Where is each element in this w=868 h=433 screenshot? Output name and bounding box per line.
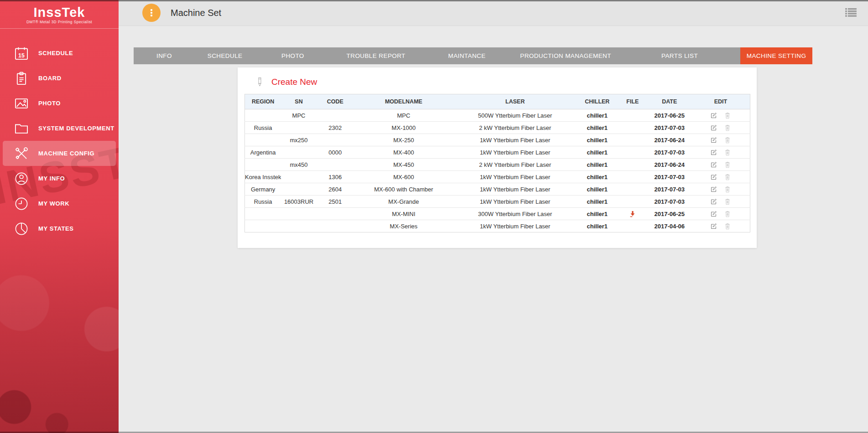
edit-icon[interactable] (710, 211, 717, 217)
trash-icon[interactable] (724, 186, 731, 193)
tab-schedule[interactable]: SCHEDULE (195, 47, 255, 64)
sidebar-item-label: MY INFO (38, 175, 65, 182)
cell-file (618, 109, 647, 122)
cell-sn (281, 146, 317, 159)
cell-region: Russia (245, 196, 281, 208)
cell-region (245, 109, 281, 122)
cell-region: Korea Insstek (245, 171, 281, 183)
tab-trouble-report[interactable]: TROUBLE REPORT (330, 47, 421, 64)
tab-machine-setting[interactable]: MACHINE SETTING (740, 47, 812, 64)
table-header: REGIONSNCODEMODELNAMELASERCHILLERFILEDAT… (245, 94, 750, 109)
cell-region: Argentina (245, 146, 281, 159)
table-row: Argentina0000MX-4001kW Ytterbium Fiber L… (245, 146, 750, 159)
edit-icon[interactable] (710, 149, 717, 156)
cell-code: 2604 (317, 183, 354, 196)
cell-region (245, 208, 281, 220)
cell-chiller: chiller1 (577, 196, 618, 208)
window-top-edge (0, 0, 868, 1)
tools-icon (14, 146, 29, 161)
logo: InssTek DMT® Metal 3D Printing Specialis… (0, 0, 119, 24)
sidebar-item-board[interactable]: BOARD (0, 66, 119, 91)
tab-production-management[interactable]: PRODUCTION MANAGEMENT (512, 47, 619, 64)
cell-region (245, 159, 281, 171)
trash-icon[interactable] (724, 210, 731, 218)
tab-maintance[interactable]: MAINTANCE (421, 47, 512, 64)
cell-date: 2017-06-25 (648, 208, 691, 220)
table-row: Russia2302MX-10002 kW Ytterbium Fiber La… (245, 122, 750, 134)
cell-sn (281, 220, 317, 232)
trash-icon[interactable] (724, 222, 731, 230)
cell-code (317, 159, 354, 171)
sidebar: INSST InssTek DMT® Metal 3D Printing Spe… (0, 0, 119, 433)
cell-file (618, 134, 647, 146)
sidebar-menu: 15SCHEDULEBOARDPHOTOSYSTEM DEVELOPMENTMA… (0, 41, 119, 241)
cell-chiller: chiller1 (577, 146, 618, 159)
trash-icon[interactable] (724, 161, 731, 169)
cell-date: 2017-07-03 (648, 171, 691, 183)
edit-icon[interactable] (710, 198, 717, 205)
cell-modelname: MX-600 with Chamber (354, 183, 453, 196)
create-new-button[interactable]: Create New (238, 67, 343, 94)
cell-laser: 300W Ytterbium Fiber Laser (453, 208, 577, 220)
dots-vertical-icon (151, 15, 152, 16)
table-row: MX-Series1kW Ytterbium Fiber Laserchille… (245, 220, 750, 232)
edit-icon[interactable] (710, 124, 717, 131)
edit-icon[interactable] (710, 186, 717, 193)
tab-parts-list[interactable]: PARTS LIST (619, 47, 740, 64)
clock-icon (14, 196, 29, 211)
cell-chiller: chiller1 (577, 183, 618, 196)
sidebar-item-system-development[interactable]: SYSTEM DEVELOPMENT (0, 116, 119, 141)
sidebar-item-photo[interactable]: PHOTO (0, 91, 119, 116)
tab-photo[interactable]: PHOTO (255, 47, 330, 64)
sidebar-item-schedule[interactable]: 15SCHEDULE (0, 41, 119, 66)
trash-icon[interactable] (724, 124, 731, 132)
trash-icon[interactable] (724, 173, 731, 181)
cell-chiller: chiller1 (577, 220, 618, 232)
cell-date: 2017-07-03 (648, 146, 691, 159)
cell-modelname: MX-600 (354, 171, 453, 183)
cell-chiller: chiller1 (577, 159, 618, 171)
sidebar-item-my-states[interactable]: MY STATES (0, 216, 119, 241)
edit-icon[interactable] (710, 161, 717, 168)
sidebar-item-label: SYSTEM DEVELOPMENT (38, 125, 114, 132)
clipboard-icon (14, 71, 29, 86)
logo-title: InssTek (0, 5, 119, 19)
sidebar-item-label: MY STATES (38, 225, 74, 232)
cell-edit (691, 220, 750, 232)
sidebar-item-my-info[interactable]: MY INFO (0, 166, 119, 191)
column-header-edit: EDIT (691, 94, 750, 109)
edit-icon[interactable] (710, 174, 717, 180)
trash-icon[interactable] (724, 136, 731, 144)
cell-code: 2501 (317, 196, 354, 208)
cell-laser: 1kW Ytterbium Fiber Laser (453, 196, 577, 208)
app-window: INSST InssTek DMT® Metal 3D Printing Spe… (0, 0, 868, 433)
cell-region: Germany (245, 183, 281, 196)
cell-edit (691, 146, 750, 159)
edit-icon[interactable] (710, 223, 717, 230)
svg-text:15: 15 (18, 52, 25, 59)
trash-icon[interactable] (724, 112, 731, 119)
sidebar-item-machine-config[interactable]: MACHINE CONFIG (3, 141, 116, 166)
column-header-file: FILE (618, 94, 647, 109)
tab-info[interactable]: INFO (134, 47, 195, 64)
cell-file (618, 171, 647, 183)
edit-icon[interactable] (710, 137, 717, 144)
column-header-code: CODE (317, 94, 354, 109)
table-row: Germany2604MX-600 with Chamber1kW Ytterb… (245, 183, 750, 196)
header-menu-button[interactable] (142, 4, 161, 22)
cell-date: 2017-07-03 (648, 183, 691, 196)
dots-vertical-icon (151, 9, 152, 11)
cell-code (317, 134, 354, 146)
file-download-icon[interactable] (629, 210, 636, 217)
list-view-icon[interactable] (845, 8, 857, 17)
cell-code (317, 220, 354, 232)
trash-icon[interactable] (724, 149, 731, 156)
machine-table: REGIONSNCODEMODELNAMELASERCHILLERFILEDAT… (244, 94, 750, 232)
sidebar-item-label: SCHEDULE (38, 50, 73, 57)
edit-icon[interactable] (710, 112, 717, 119)
cell-laser: 1kW Ytterbium Fiber Laser (453, 134, 577, 146)
sidebar-item-my-work[interactable]: MY WORK (0, 191, 119, 216)
pencil-icon (256, 76, 264, 88)
table-row: mx450MX-4502 kW Ytterbium Fiber Laserchi… (245, 159, 750, 171)
trash-icon[interactable] (724, 198, 731, 206)
